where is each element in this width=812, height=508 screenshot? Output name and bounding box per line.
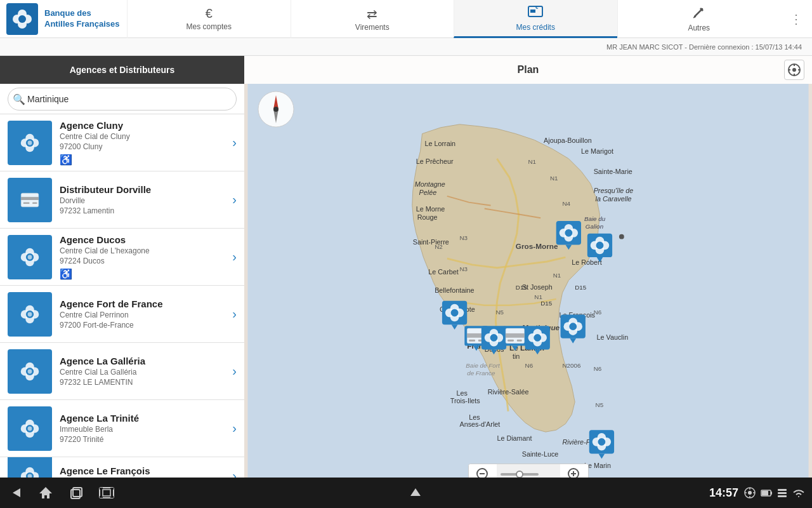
more-menu-button[interactable]: ⋮ [780,0,812,38]
agency-item-ducos[interactable]: Agence Ducos Centre Cial de L'hexagone 9… [0,229,244,286]
svg-point-32 [28,312,32,316]
svg-point-60 [273,107,278,112]
screenshot-button[interactable] [91,480,122,505]
svg-text:N6: N6 [594,309,602,316]
svg-text:St Joseph: St Joseph [522,283,553,291]
agency-city-trinite: 97220 Trinité [60,435,225,444]
accessibility-icon-cluny: ♿ [60,154,225,166]
zoom-slider-bar [501,473,539,476]
wifi-icon [792,488,806,498]
svg-point-16 [28,140,32,145]
logo-line1: Banque des [44,8,120,19]
svg-point-146 [490,334,498,342]
svg-text:Galion: Galion [586,223,604,230]
svg-text:Rivière-Salée: Rivière-Salée [488,388,529,396]
agency-city-cluny: 97200 Cluny [60,142,225,151]
map-locate-button[interactable] [784,60,804,80]
top-navigation: Banque des Antilles Françaises Banque de… [0,0,812,38]
agency-item-cluny[interactable]: Agence Cluny Centre Cial de Cluny 97200 … [0,114,244,171]
svg-text:Les: Les [469,413,480,421]
battery-icon [760,486,773,499]
svg-text:Sainte-Luce: Sainte-Luce [522,450,559,458]
svg-text:Montagne: Montagne [415,180,445,188]
svg-text:Ajoupa-Bouillon: Ajoupa-Bouillon [544,137,592,144]
svg-rect-6 [530,10,535,13]
agency-thumb-galleria [8,349,52,394]
svg-rect-152 [517,340,522,342]
recents-button[interactable] [61,480,91,505]
svg-rect-208 [771,491,772,495]
agency-info-ducos: Agence Ducos Centre Cial de L'hexagone 9… [60,234,225,280]
svg-text:Rouge: Rouge [417,213,438,221]
svg-rect-199 [103,490,110,496]
agency-thumb-dorville [8,178,52,222]
accessibility-icon-ducos: ♿ [60,268,225,280]
svg-text:Le Carbet: Le Carbet [428,268,458,276]
home-button[interactable] [30,480,61,505]
agency-address-cluny: Centre Cial de Cluny [60,132,225,141]
agency-info-fortdefrance: Agence Fort de France Centre Cial Perrin… [60,298,225,330]
svg-point-133 [596,242,604,250]
svg-marker-200 [410,488,421,496]
agency-name-fortdefrance: Agence Fort de France [60,298,225,309]
agency-list: Agence Cluny Centre Cial de Cluny 97200 … [0,114,244,508]
back-button[interactable] [0,480,30,505]
arrow-icon-ducos: › [232,250,237,264]
agency-info-trinite: Agence La Trinité Immeuble Berla 97220 T… [60,413,225,444]
svg-rect-150 [506,333,524,338]
svg-text:de France: de France [467,370,495,377]
svg-line-10 [693,17,696,18]
svg-text:Baie du: Baie du [584,215,606,222]
agency-item-dorville[interactable]: Distributeur Dorville Dorville 97232 Lam… [0,171,244,229]
svg-text:N6: N6 [525,362,534,369]
svg-text:tin: tin [513,352,520,360]
svg-point-180 [451,309,459,317]
svg-text:Anses-d'Arlet: Anses-d'Arlet [459,420,500,428]
agency-name-galleria: Agence La Galléria [60,356,225,366]
agency-name-cluny: Agence Cluny [60,120,225,131]
map-container[interactable]: N1 N1 N4 N1 N1 N5 N3 N2 N3 Ajoupa-Bouill… [244,84,812,508]
svg-point-126 [565,229,572,237]
search-input[interactable] [8,88,237,110]
map-title: Plan [518,64,539,76]
svg-point-38 [28,369,32,373]
agency-address-dorville: Dorville [60,196,225,205]
svg-text:N3: N3 [459,265,468,272]
svg-point-202 [748,491,752,495]
agency-address-fortdefrance: Centre Cial Perrinon [60,311,225,319]
svg-text:Saint-Pierre: Saint-Pierre [413,238,449,246]
panel-header: Agences et Distributeurs [0,56,244,84]
up-arrow-button[interactable] [122,480,709,505]
search-bar: 🔍 [0,84,244,114]
agency-item-trinite[interactable]: Agence La Trinité Immeuble Berla 97220 T… [0,400,244,457]
nav-mes-credits[interactable]: € Mes crédits [454,0,617,38]
svg-text:Le Morne: Le Morne [416,205,445,213]
location-icon [743,486,756,499]
svg-text:N5: N5 [495,309,504,316]
svg-rect-211 [778,492,787,494]
svg-rect-18 [21,197,39,200]
svg-text:€: € [535,4,539,10]
agency-name-francois: Agence Le François [60,465,225,476]
svg-text:Le Prêcheur: Le Prêcheur [416,157,454,165]
svg-text:Les: Les [457,389,468,397]
svg-text:Le Robert: Le Robert [572,258,601,266]
agency-item-fortdefrance[interactable]: Agence Fort de France Centre Cial Perrin… [0,286,244,343]
panel-header-text: Agences et Distributeurs [70,65,175,75]
map-title-bar: Plan [244,56,812,84]
svg-rect-151 [508,340,514,342]
agency-item-galleria[interactable]: Agence La Galléria Centre Cial La Gallér… [0,343,244,400]
agency-city-ducos: 97224 Ducos [60,257,225,265]
nav-mes-comptes[interactable]: € Mes comptes [127,0,291,38]
svg-point-4 [18,15,26,23]
svg-rect-20 [32,202,37,203]
credits-icon: € [528,4,543,22]
svg-text:Trois-Ilets: Trois-Ilets [450,397,481,404]
logo-icon [6,3,38,35]
map-area[interactable]: Plan [244,56,812,508]
svg-point-166 [569,323,577,330]
svg-text:Presqu'île de: Presqu'île de [594,187,634,194]
nav-virements[interactable]: ⇄ Virements [291,0,454,38]
nav-autres[interactable]: Autres [617,0,781,38]
agency-info-cluny: Agence Cluny Centre Cial de Cluny 97200 … [60,120,225,166]
